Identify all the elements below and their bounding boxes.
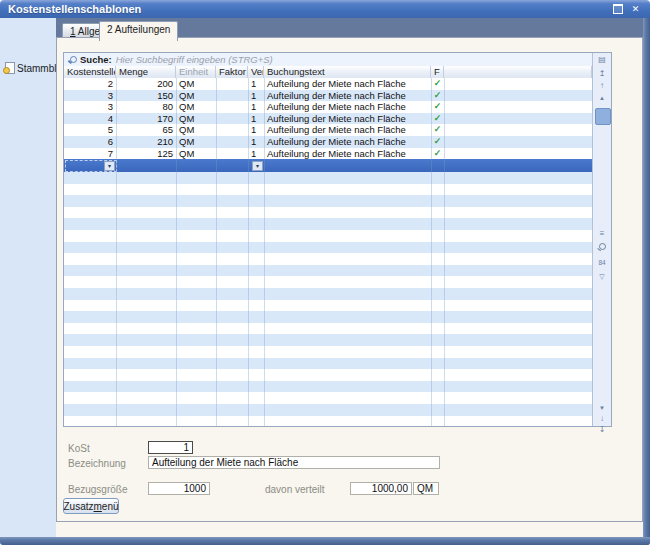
grid-side-toolbar: ▤ ↥ ↑ ▲ ≡ 84 ▽ ▼ ↓ ↧ <box>592 53 611 426</box>
search-placeholder: Hier Suchbegriff eingeben (STRG+S) <box>116 54 273 65</box>
cell-buchungstext: Aufteilung der Miete nach Fläche <box>264 148 431 160</box>
cell-vera: 1 <box>248 148 264 160</box>
column-header-kostenstelle[interactable]: Kostenstelle <box>64 66 116 78</box>
restore-button[interactable] <box>611 2 624 15</box>
cell-f-check-icon: ✓ <box>431 124 444 136</box>
count-icon[interactable]: 84 <box>593 258 611 268</box>
close-button[interactable]: ✕ <box>629 2 642 15</box>
cell-einheit: QM <box>176 136 216 148</box>
cell-filler <box>444 113 592 125</box>
column-header-buchungstext[interactable]: Buchungstext <box>264 66 431 78</box>
kostenstelle-dropdown-button[interactable]: ▾ <box>104 161 115 171</box>
cell-buchungstext: Aufteilung der Miete nach Fläche <box>264 101 431 113</box>
next-row-icon[interactable]: ▼ <box>593 403 611 413</box>
cell-buchungstext: Aufteilung der Miete nach Fläche <box>264 124 431 136</box>
cell-kostenstelle: 5 <box>64 124 116 136</box>
button-label: enü <box>102 501 119 512</box>
cell-faktor <box>216 136 248 148</box>
restore-icon <box>613 4 623 14</box>
cell-faktor <box>216 90 248 102</box>
previous-row-icon[interactable]: ▲ <box>593 93 611 103</box>
chevron-down-icon: ▾ <box>108 162 111 169</box>
new-record-row-selected[interactable]: ▾ ▾ <box>64 159 592 172</box>
column-header-filler <box>444 66 592 78</box>
cell-einheit: QM <box>176 78 216 90</box>
cell-einheit: QM <box>176 90 216 102</box>
bezeichnung-field[interactable]: Aufteilung der Miete nach Fläche <box>148 456 440 469</box>
cell-menge: 170 <box>116 113 176 125</box>
cell-buchungstext: Aufteilung der Miete nach Fläche <box>264 113 431 125</box>
cell-kostenstelle: 2 <box>64 78 116 90</box>
cell-filler <box>444 136 592 148</box>
tab-strip: 1 Allgemein 2 Aufteilungen <box>56 18 643 37</box>
window-title: Kostenstellenschablonen <box>0 3 141 15</box>
details-icon[interactable]: ≡ <box>593 229 611 239</box>
grid-search-bar[interactable]: Suche: Hier Suchbegriff eingeben (STRG+S… <box>64 53 592 67</box>
cell-menge: 125 <box>116 148 176 160</box>
column-header-f[interactable]: F <box>431 66 444 78</box>
kost-label: KoSt <box>68 443 90 454</box>
column-header-einheit[interactable]: Einheit <box>176 66 216 78</box>
cell-f-check-icon: ✓ <box>431 113 444 125</box>
move-down-icon[interactable]: ↓ <box>593 414 611 424</box>
cell-menge: 210 <box>116 136 176 148</box>
bezugsgroesse-field[interactable]: 1000 <box>148 482 210 495</box>
app-window: Kostenstellenschablonen ✕ Stammblatt <box>0 0 650 545</box>
cell-faktor <box>216 124 248 136</box>
table-row[interactable]: 2200QM1Aufteilung der Miete nach Fläche✓ <box>64 78 592 90</box>
table-row[interactable]: 380QM1Aufteilung der Miete nach Fläche✓ <box>64 101 592 113</box>
cell-f-check-icon: ✓ <box>431 101 444 113</box>
table-row[interactable]: 7125QM1Aufteilung der Miete nach Fläche✓ <box>64 148 592 160</box>
filter-icon[interactable]: ▽ <box>593 272 611 282</box>
cell-filler <box>444 90 592 102</box>
left-sidebar: Stammblatt <box>0 18 56 537</box>
cell-vera: 1 <box>248 90 264 102</box>
column-header-menge[interactable]: Menge <box>116 66 176 78</box>
cell-einheit: QM <box>176 148 216 160</box>
table-row[interactable]: 4170QM1Aufteilung der Miete nach Fläche✓ <box>64 113 592 125</box>
table-row[interactable]: 3150QM1Aufteilung der Miete nach Fläche✓ <box>64 90 592 102</box>
cell-kostenstelle: 6 <box>64 136 116 148</box>
cell-filler <box>444 124 592 136</box>
zoom-icon[interactable] <box>598 243 607 253</box>
tab-label: 2 Aufteilungen <box>107 24 170 35</box>
title-bar[interactable]: Kostenstellenschablonen ✕ <box>0 0 650 18</box>
table-row[interactable]: 6210QM1Aufteilung der Miete nach Fläche✓ <box>64 136 592 148</box>
go-last-row-icon[interactable]: ↧ <box>593 425 611 435</box>
column-chooser-icon[interactable]: ▤ <box>593 55 611 65</box>
button-label: Zusatz <box>63 501 93 512</box>
search-label: Suche: <box>80 54 112 65</box>
cell-faktor <box>216 113 248 125</box>
empty-grid-rows <box>64 172 592 426</box>
screen: Kostenstellenschablonen ✕ Stammblatt <box>0 0 659 548</box>
scrollbar-thumb[interactable] <box>595 108 611 125</box>
cell-buchungstext: Aufteilung der Miete nach Fläche <box>264 78 431 90</box>
aufteilungen-grid: Suche: Hier Suchbegriff eingeben (STRG+S… <box>63 52 612 427</box>
cell-filler <box>444 148 592 160</box>
tab-aufteilungen[interactable]: 2 Aufteilungen <box>99 21 178 41</box>
vera-dropdown-button[interactable]: ▾ <box>252 161 263 171</box>
cell-kostenstelle: 4 <box>64 113 116 125</box>
cell-faktor <box>216 101 248 113</box>
button-mnemonic: m <box>94 501 102 512</box>
cell-faktor <box>216 148 248 160</box>
cell-einheit: QM <box>176 113 216 125</box>
move-up-icon[interactable]: ↑ <box>593 81 611 91</box>
zusatzmenu-button[interactable]: Zusatzmenü <box>63 498 119 514</box>
cell-kostenstelle: 7 <box>64 148 116 160</box>
cell-vera: 1 <box>248 101 264 113</box>
column-header-faktor[interactable]: Faktor <box>216 66 248 78</box>
window-border-bottom <box>0 537 650 545</box>
tab-page-aufteilungen: Suche: Hier Suchbegriff eingeben (STRG+S… <box>56 37 643 522</box>
cell-kostenstelle: 3 <box>64 90 116 102</box>
cell-vera: 1 <box>248 124 264 136</box>
column-header-vera[interactable]: Vera <box>248 66 264 78</box>
cell-f-check-icon: ✓ <box>431 90 444 102</box>
cell-f-check-icon: ✓ <box>431 148 444 160</box>
table-row[interactable]: 565QM1Aufteilung der Miete nach Fläche✓ <box>64 124 592 136</box>
davon-verteilt-field[interactable]: 1000,00 <box>350 482 412 495</box>
davon-verteilt-unit-field[interactable]: QM <box>413 482 439 495</box>
go-first-row-icon[interactable]: ↥ <box>593 69 611 79</box>
kost-field[interactable]: 1 <box>148 441 193 454</box>
davon-verteilt-label: davon verteilt <box>265 484 324 495</box>
